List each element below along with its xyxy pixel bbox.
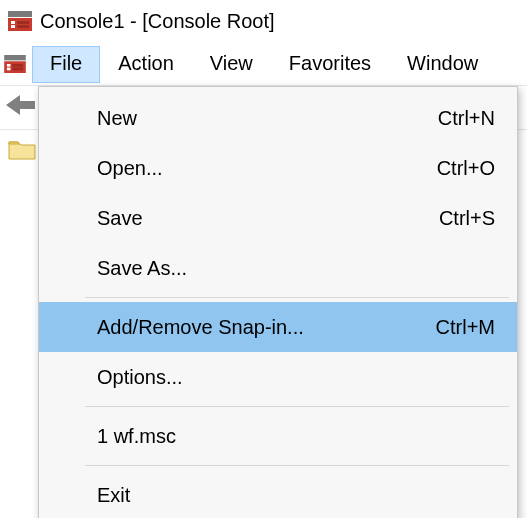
menu-item-label: New <box>97 107 438 130</box>
menu-separator <box>85 297 509 298</box>
menu-item-shortcut: Ctrl+M <box>436 316 495 339</box>
svg-rect-6 <box>4 55 26 60</box>
console-icon <box>4 51 26 78</box>
menu-separator <box>85 465 509 466</box>
menu-item-open[interactable]: Open... Ctrl+O <box>39 143 517 193</box>
window-title: Console1 - [Console Root] <box>40 10 275 33</box>
folder-icon[interactable] <box>8 138 36 165</box>
menu-window[interactable]: Window <box>389 46 496 83</box>
menu-view[interactable]: View <box>192 46 271 83</box>
menu-item-exit[interactable]: Exit <box>39 470 517 518</box>
svg-rect-7 <box>4 61 26 73</box>
menu-item-shortcut: Ctrl+O <box>437 157 495 180</box>
menu-favorites[interactable]: Favorites <box>271 46 389 83</box>
svg-rect-8 <box>7 64 11 67</box>
console-icon <box>8 11 32 31</box>
menu-action[interactable]: Action <box>100 46 192 83</box>
menu-item-label: Exit <box>97 484 495 507</box>
svg-rect-3 <box>11 25 15 28</box>
svg-marker-12 <box>6 95 35 115</box>
menu-item-label: Save As... <box>97 257 495 280</box>
svg-rect-10 <box>12 64 23 67</box>
svg-rect-0 <box>8 11 32 17</box>
menu-item-add-remove-snapin[interactable]: Add/Remove Snap-in... Ctrl+M <box>39 302 517 352</box>
svg-rect-1 <box>8 18 32 31</box>
svg-rect-2 <box>11 21 15 24</box>
menu-file[interactable]: File <box>32 46 100 83</box>
menu-item-save-as[interactable]: Save As... <box>39 243 517 293</box>
menu-item-label: Add/Remove Snap-in... <box>97 316 436 339</box>
menu-item-label: 1 wf.msc <box>97 425 495 448</box>
menubar: File Action View Favorites Window <box>0 40 527 86</box>
svg-rect-5 <box>17 25 29 28</box>
menu-separator <box>85 406 509 407</box>
file-menu-dropdown: New Ctrl+N Open... Ctrl+O Save Ctrl+S Sa… <box>38 86 518 518</box>
menu-item-shortcut: Ctrl+N <box>438 107 495 130</box>
menu-item-options[interactable]: Options... <box>39 352 517 402</box>
menu-item-label: Options... <box>97 366 495 389</box>
svg-rect-4 <box>17 21 29 24</box>
menu-item-label: Open... <box>97 157 437 180</box>
menu-item-save[interactable]: Save Ctrl+S <box>39 193 517 243</box>
titlebar: Console1 - [Console Root] <box>0 0 527 40</box>
back-arrow-icon[interactable] <box>6 93 36 122</box>
menu-item-shortcut: Ctrl+S <box>439 207 495 230</box>
menu-item-new[interactable]: New Ctrl+N <box>39 93 517 143</box>
menu-item-recent-1[interactable]: 1 wf.msc <box>39 411 517 461</box>
svg-rect-9 <box>7 68 11 71</box>
menu-item-label: Save <box>97 207 439 230</box>
svg-rect-11 <box>12 68 23 71</box>
